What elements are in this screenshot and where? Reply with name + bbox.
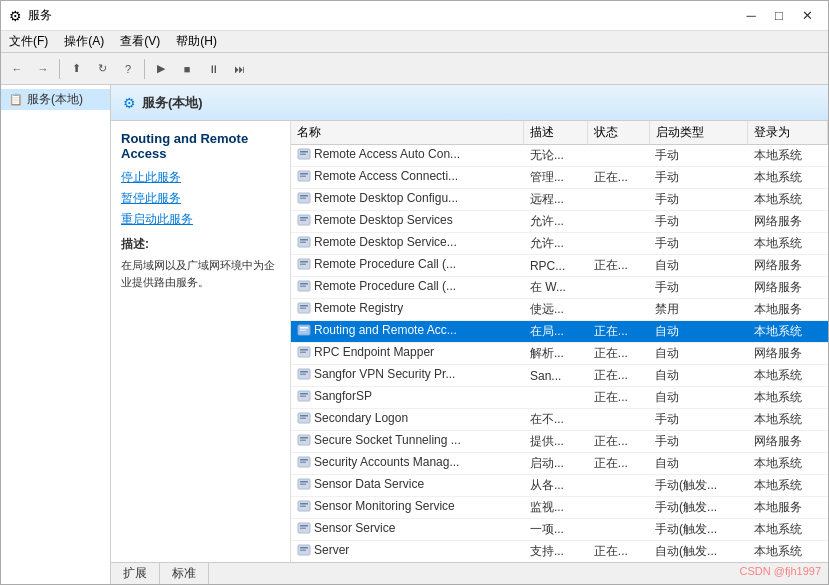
toolbar-refresh[interactable]: ↻	[90, 57, 114, 81]
table-body: Remote Access Auto Con... 无论...手动本地系统 Re…	[291, 145, 828, 563]
service-icon	[297, 301, 311, 315]
table-row[interactable]: Security Accounts Manag... 启动...正在...自动本…	[291, 453, 828, 475]
menu-help[interactable]: 帮助(H)	[168, 31, 225, 52]
pause-service-link[interactable]: 暂停此服务	[121, 190, 280, 207]
svg-rect-7	[300, 195, 308, 197]
toolbar-pause[interactable]: ⏸	[201, 57, 225, 81]
toolbar-help[interactable]: ?	[116, 57, 140, 81]
service-name-cell: Remote Desktop Service...	[291, 233, 524, 255]
panel-header-title: 服务(本地)	[142, 94, 203, 112]
tab-expand[interactable]: 扩展	[111, 563, 160, 584]
service-startup-cell: 自动	[649, 453, 748, 475]
service-login-cell: 网络服务	[748, 431, 828, 453]
service-desc-cell: 一项...	[524, 519, 588, 541]
svg-rect-5	[300, 176, 306, 178]
svg-rect-29	[300, 352, 306, 354]
svg-rect-20	[300, 286, 306, 288]
toolbar-play[interactable]: ▶	[149, 57, 173, 81]
service-login-cell: 本地系统	[748, 475, 828, 497]
restart-service-link[interactable]: 重启动此服务	[121, 211, 280, 228]
service-desc-cell: 解析...	[524, 343, 588, 365]
service-status-cell: 正在...	[588, 255, 649, 277]
svg-rect-4	[300, 173, 308, 175]
table-row[interactable]: Remote Access Connecti... 管理...正在...手动本地…	[291, 167, 828, 189]
svg-rect-47	[300, 484, 306, 486]
service-login-cell: 本地服务	[748, 497, 828, 519]
right-panel: ⚙ 服务(本地) Routing and Remote Access 停止此服务…	[111, 85, 828, 584]
service-icon	[297, 543, 311, 557]
col-login[interactable]: 登录为	[748, 121, 828, 145]
col-startup[interactable]: 启动类型	[649, 121, 748, 145]
toolbar-forward[interactable]: →	[31, 57, 55, 81]
table-row[interactable]: Remote Access Auto Con... 无论...手动本地系统	[291, 145, 828, 167]
toolbar-stop[interactable]: ■	[175, 57, 199, 81]
service-startup-cell: 手动	[649, 189, 748, 211]
toolbar-restart[interactable]: ⏭	[227, 57, 251, 81]
service-desc-cell: 在不...	[524, 409, 588, 431]
service-desc-cell	[524, 387, 588, 409]
tab-standard[interactable]: 标准	[160, 563, 209, 584]
service-login-cell: 本地系统	[748, 541, 828, 563]
minimize-button[interactable]: ─	[738, 6, 764, 26]
svg-rect-1	[300, 151, 308, 153]
table-row[interactable]: Remote Desktop Configu... 远程...手动本地系统	[291, 189, 828, 211]
table-header: 名称 描述 状态 启动类型 登录为	[291, 121, 828, 145]
table-row[interactable]: Sangfor VPN Security Pr... San...正在...自动…	[291, 365, 828, 387]
col-desc[interactable]: 描述	[524, 121, 588, 145]
service-login-cell: 网络服务	[748, 343, 828, 365]
close-button[interactable]: ✕	[794, 6, 820, 26]
table-row[interactable]: RPC Endpoint Mapper 解析...正在...自动网络服务	[291, 343, 828, 365]
table-row[interactable]: Remote Desktop Services 允许...手动网络服务	[291, 211, 828, 233]
service-icon	[297, 367, 311, 381]
svg-rect-13	[300, 239, 308, 241]
table-row[interactable]: Remote Procedure Call (... RPC...正在...自动…	[291, 255, 828, 277]
service-status-cell: 正在...	[588, 541, 649, 563]
svg-rect-25	[300, 327, 308, 329]
table-row[interactable]: Remote Procedure Call (... 在 W...手动网络服务	[291, 277, 828, 299]
service-startup-cell: 禁用	[649, 299, 748, 321]
table-row[interactable]: Sensor Data Service 从各...手动(触发...本地系统	[291, 475, 828, 497]
table-row[interactable]: SangforSP 正在...自动本地系统	[291, 387, 828, 409]
service-status-cell	[588, 299, 649, 321]
service-status-cell	[588, 189, 649, 211]
menu-view[interactable]: 查看(V)	[112, 31, 168, 52]
col-status[interactable]: 状态	[588, 121, 649, 145]
stop-service-link[interactable]: 停止此服务	[121, 169, 280, 186]
svg-rect-40	[300, 437, 308, 439]
title-bar: ⚙ 服务 ─ □ ✕	[1, 1, 828, 31]
service-login-cell: 网络服务	[748, 211, 828, 233]
service-login-cell: 网络服务	[748, 255, 828, 277]
service-name-cell: Routing and Remote Acc...	[291, 321, 524, 343]
table-row[interactable]: Server 支持...正在...自动(触发...本地系统	[291, 541, 828, 563]
table-row[interactable]: Secondary Logon 在不...手动本地系统	[291, 409, 828, 431]
table-row[interactable]: Routing and Remote Acc... 在局...正在...自动本地…	[291, 321, 828, 343]
table-row[interactable]: Sensor Monitoring Service 监视...手动(触发...本…	[291, 497, 828, 519]
service-login-cell: 本地系统	[748, 365, 828, 387]
tree-item-services[interactable]: 📋 服务(本地)	[1, 89, 110, 110]
service-name-cell: Sensor Data Service	[291, 475, 524, 497]
table-row[interactable]: Remote Desktop Service... 允许...手动本地系统	[291, 233, 828, 255]
panel-header: ⚙ 服务(本地)	[111, 85, 828, 121]
table-row[interactable]: Remote Registry 使远...禁用本地服务	[291, 299, 828, 321]
service-icon	[297, 323, 311, 337]
col-name[interactable]: 名称	[291, 121, 524, 145]
svg-rect-46	[300, 481, 308, 483]
title-bar-left: ⚙ 服务	[9, 7, 52, 24]
service-name-cell: Remote Desktop Configu...	[291, 189, 524, 211]
maximize-button[interactable]: □	[766, 6, 792, 26]
svg-rect-41	[300, 440, 306, 442]
menu-action[interactable]: 操作(A)	[56, 31, 112, 52]
service-login-cell: 本地服务	[748, 299, 828, 321]
service-name-cell: RPC Endpoint Mapper	[291, 343, 524, 365]
menu-file[interactable]: 文件(F)	[1, 31, 56, 52]
service-startup-cell: 手动(触发...	[649, 519, 748, 541]
toolbar-up[interactable]: ⬆	[64, 57, 88, 81]
service-desc-cell: 使远...	[524, 299, 588, 321]
service-desc-cell: RPC...	[524, 255, 588, 277]
toolbar-back[interactable]: ←	[5, 57, 29, 81]
svg-rect-52	[300, 525, 308, 527]
table-row[interactable]: Secure Socket Tunneling ... 提供...正在...手动…	[291, 431, 828, 453]
service-startup-cell: 手动	[649, 167, 748, 189]
toolbar-sep1	[59, 59, 60, 79]
table-row[interactable]: Sensor Service 一项...手动(触发...本地系统	[291, 519, 828, 541]
